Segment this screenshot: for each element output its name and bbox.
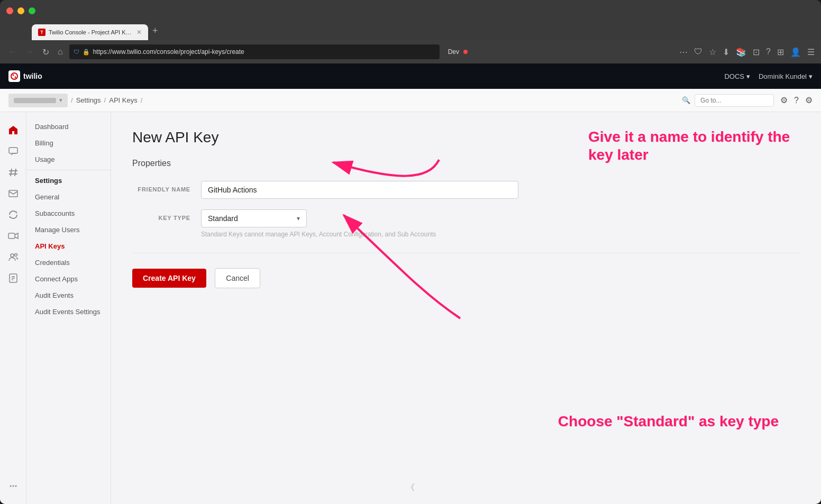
sidebar-icon-hash[interactable] [4, 163, 23, 182]
sidebar-icon-message[interactable] [4, 184, 23, 203]
twilio-logo: twilio [8, 70, 42, 82]
key-type-row: KEY TYPE Standard Main ▾ Standard Keys c… [132, 209, 800, 238]
key-type-select-wrapper: Standard Main ▾ [201, 209, 307, 227]
friendly-name-row: FRIENDLY NAME [132, 181, 800, 199]
breadcrumb-api-keys[interactable]: API Keys [109, 96, 137, 104]
dev-indicator [463, 50, 468, 54]
sidebar-item-api-keys[interactable]: API Keys [26, 238, 111, 254]
form-actions: Create API Key Cancel [132, 268, 800, 288]
key-type-label: KEY TYPE [132, 209, 190, 221]
overflow-menu-icon[interactable]: ⋯ [679, 47, 688, 57]
tab-favicon: T [38, 29, 45, 36]
key-type-select[interactable]: Standard Main [202, 210, 297, 227]
sync-icon[interactable]: ⊡ [753, 47, 760, 57]
friendly-name-label: FRIENDLY NAME [132, 181, 190, 193]
reload-button[interactable]: ↻ [40, 45, 51, 59]
sidebar-icon-chat[interactable] [4, 142, 23, 161]
sidebar-icon-tasks[interactable] [4, 269, 23, 288]
new-tab-button[interactable]: + [152, 25, 158, 36]
sidebar-icon-sync[interactable] [4, 205, 23, 224]
top-icons: ⚙ ? ⚙ [780, 95, 813, 105]
sidebar-item-audit-events[interactable]: Audit Events [26, 287, 111, 304]
twilio-icon [8, 70, 20, 82]
twilio-logo-text: twilio [23, 72, 42, 80]
docs-link[interactable]: DOCS ▾ [724, 72, 750, 80]
sidebar-icon-more[interactable] [4, 476, 23, 496]
account-chevron-icon: ▾ [59, 97, 62, 104]
shield-icon: 🛡 [74, 49, 79, 55]
main-layout: Dashboard Billing Usage Settings General… [0, 112, 821, 504]
svg-point-10 [11, 254, 14, 257]
hamburger-menu-icon[interactable]: ☰ [807, 47, 815, 57]
settings-gear-icon[interactable]: ⚙ [780, 95, 788, 105]
account-toolbar-icon[interactable]: 👤 [790, 47, 801, 57]
help-icon[interactable]: ? [794, 96, 799, 105]
bookmarks-library-icon[interactable]: 📚 [736, 47, 746, 57]
sidebar-item-credentials[interactable]: Credentials [26, 254, 111, 271]
annotation-top-callout: Give it a name to identify the key later [588, 128, 800, 163]
breadcrumb-settings[interactable]: Settings [76, 96, 101, 104]
sidebar-item-settings-header[interactable]: Settings [26, 172, 111, 189]
sidebar-divider [26, 170, 111, 170]
minimize-button[interactable] [17, 7, 24, 14]
maximize-button[interactable] [29, 7, 35, 14]
account-name-blur [14, 98, 56, 103]
sidebar-item-dashboard[interactable]: Dashboard [26, 118, 111, 135]
svg-point-1 [13, 75, 14, 76]
shield-toolbar-icon[interactable]: 🛡 [694, 47, 703, 57]
svg-rect-3 [9, 148, 17, 153]
friendly-name-input[interactable] [201, 181, 518, 199]
cancel-button[interactable]: Cancel [215, 268, 260, 288]
back-button[interactable]: ← [6, 45, 19, 59]
download-icon[interactable]: ⬇ [723, 47, 729, 57]
question-icon[interactable]: ? [766, 47, 771, 57]
dev-label: Dev [448, 48, 459, 56]
breadcrumb-sep-2: / [104, 96, 106, 104]
browser-toolbar-icons: ⋯ 🛡 ☆ ⬇ 📚 ⊡ ? ⊞ 👤 ☰ [679, 47, 815, 57]
account-switcher[interactable]: ▾ [8, 94, 68, 107]
app: twilio DOCS ▾ Dominik Kundel ▾ ▾ / Setti… [0, 63, 821, 504]
sidebar-item-general[interactable]: General [26, 189, 111, 205]
user-menu[interactable]: Dominik Kundel ▾ [759, 72, 813, 80]
breadcrumb-search: 🔍 [682, 94, 774, 107]
sidebar-icon-home[interactable] [4, 121, 23, 140]
sidebar-item-billing[interactable]: Billing [26, 135, 111, 151]
select-chevron-icon: ▾ [297, 215, 306, 222]
address-bar: ← → ↻ ⌂ 🛡 🔒 https://www.twilio.com/conso… [0, 40, 821, 63]
title-bar [0, 0, 821, 21]
sidebar-item-audit-events-settings[interactable]: Audit Events Settings [26, 304, 111, 320]
extensions-icon[interactable]: ⊞ [777, 47, 784, 57]
tab-title: Twilio Console - Project API Ke... [49, 29, 133, 35]
close-button[interactable] [6, 7, 13, 14]
home-button[interactable]: ⌂ [56, 45, 65, 59]
sidebar-icon-people[interactable] [4, 248, 23, 267]
sidebar-item-usage[interactable]: Usage [26, 151, 111, 168]
search-input[interactable] [695, 94, 774, 107]
create-api-key-button[interactable]: Create API Key [132, 269, 206, 288]
sidebar-item-subaccounts[interactable]: Subaccounts [26, 205, 111, 222]
svg-point-0 [11, 73, 17, 79]
svg-point-11 [14, 254, 17, 256]
breadcrumb-sep-3: / [141, 96, 143, 104]
url-text: https://www.twilio.com/console/project/a… [93, 48, 435, 56]
user-chevron-icon: ▾ [809, 72, 813, 80]
sidebar-item-manage-users[interactable]: Manage Users [26, 222, 111, 238]
bookmark-icon[interactable]: ☆ [709, 47, 716, 57]
active-tab[interactable]: T Twilio Console - Project API Ke... ✕ [32, 24, 148, 40]
user-name: Dominik Kundel [759, 72, 807, 80]
annotation-arrows [111, 112, 821, 504]
text-sidebar: Dashboard Billing Usage Settings General… [26, 112, 111, 504]
svg-line-4 [11, 169, 12, 176]
breadcrumb-bar: ▾ / Settings / API Keys / 🔍 ⚙ ? ⚙ [0, 89, 821, 112]
icon-sidebar [0, 112, 26, 504]
tab-close-icon[interactable]: ✕ [136, 29, 142, 36]
friendly-name-control [201, 181, 518, 199]
url-bar[interactable]: 🛡 🔒 https://www.twilio.com/console/proje… [69, 44, 440, 59]
svg-rect-8 [9, 190, 17, 197]
annotation-bottom-callout: Choose "Standard" as key type [558, 413, 779, 430]
sidebar-item-connect-apps[interactable]: Connect Apps [26, 271, 111, 287]
notifications-icon[interactable]: ⚙ [805, 95, 813, 105]
sidebar-icon-video[interactable] [4, 226, 23, 245]
forward-button[interactable]: → [23, 45, 36, 59]
svg-point-2 [15, 77, 16, 78]
